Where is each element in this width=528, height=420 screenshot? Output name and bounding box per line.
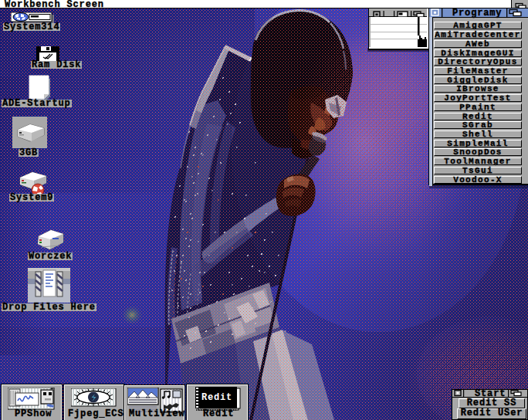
svg-text:Redit: Redit — [201, 392, 232, 403]
